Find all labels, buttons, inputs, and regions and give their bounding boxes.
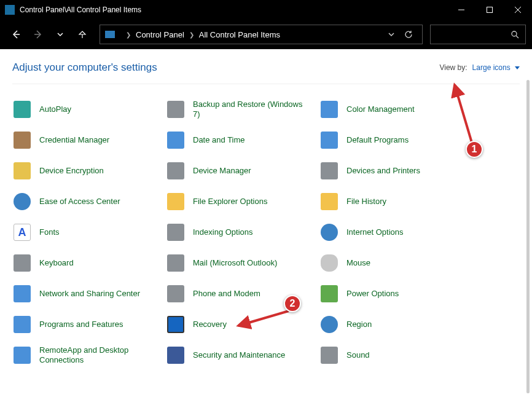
item-label: Device Encryption	[39, 166, 104, 176]
mouse-icon	[319, 253, 339, 273]
fonts-icon: A	[12, 222, 32, 242]
item-backup-and-restore-windows-7[interactable]: Backup and Restore (Windows 7)	[166, 99, 319, 120]
item-ease-of-access-center[interactable]: Ease of Access Center	[12, 191, 166, 212]
date-and-time-icon	[166, 130, 186, 150]
item-remoteapp-and-desktop-connections[interactable]: RemoteApp and Desktop Connections	[12, 345, 166, 366]
item-mouse[interactable]: Mouse	[319, 253, 473, 273]
item-label: Power Options	[346, 289, 399, 299]
annotation-marker-1: 1	[466, 141, 483, 158]
credential-manager-icon	[12, 130, 32, 150]
item-keyboard[interactable]: Keyboard	[12, 253, 166, 273]
chevron-right-icon: ❯	[126, 31, 131, 38]
breadcrumb-root[interactable]: Control Panel	[136, 30, 184, 39]
address-dropdown[interactable]	[383, 31, 400, 37]
remoteapp-and-desktop-connections-icon	[12, 345, 32, 365]
item-sound[interactable]: Sound	[319, 345, 473, 366]
search-input[interactable]	[430, 25, 526, 44]
color-management-icon	[319, 100, 339, 119]
item-device-manager[interactable]: Device Manager	[166, 160, 319, 181]
item-credential-manager[interactable]: Credential Manager	[12, 130, 166, 151]
item-device-encryption[interactable]: Device Encryption	[12, 160, 166, 181]
back-button[interactable]	[6, 25, 26, 44]
item-label: Ease of Access Center	[39, 197, 120, 206]
address-bar[interactable]: ❯ Control Panel ❯ All Control Panel Item…	[100, 25, 423, 44]
item-label: AutoPlay	[39, 104, 71, 114]
device-manager-icon	[166, 161, 186, 181]
file-explorer-options-icon	[166, 192, 186, 211]
item-label: Credential Manager	[39, 135, 109, 145]
phone-and-modem-icon	[166, 284, 186, 304]
item-label: Indexing Options	[193, 227, 253, 237]
nav-bar: ❯ Control Panel ❯ All Control Panel Item…	[0, 20, 532, 49]
item-programs-and-features[interactable]: Programs and Features	[12, 314, 166, 335]
item-label: Phone and Modem	[193, 289, 260, 299]
item-label: RemoteApp and Desktop Connections	[39, 345, 150, 364]
item-indexing-options[interactable]: Indexing Options	[166, 222, 319, 243]
item-autoplay[interactable]: AutoPlay	[12, 99, 166, 120]
item-label: File History	[346, 197, 386, 206]
devices-and-printers-icon	[319, 161, 339, 181]
item-label: Sound	[346, 350, 370, 360]
breadcrumb-current[interactable]: All Control Panel Items	[199, 30, 280, 39]
item-label: Mail (Microsoft Outlook)	[193, 258, 277, 268]
file-history-icon	[319, 192, 339, 211]
item-power-options[interactable]: Power Options	[319, 283, 473, 304]
forward-button[interactable]	[28, 25, 48, 44]
item-label: Date and Time	[193, 135, 245, 145]
recent-dropdown[interactable]	[50, 25, 70, 44]
item-network-and-sharing-center[interactable]: Network and Sharing Center	[12, 283, 166, 304]
item-recovery[interactable]: Recovery	[166, 314, 319, 335]
backup-and-restore-windows-7-icon	[166, 100, 186, 119]
refresh-button[interactable]	[400, 30, 417, 39]
item-label: Device Manager	[193, 166, 251, 176]
item-date-and-time[interactable]: Date and Time	[166, 130, 319, 151]
item-label: Security and Maintenance	[193, 350, 285, 360]
item-devices-and-printers[interactable]: Devices and Printers	[319, 160, 473, 181]
recovery-icon	[166, 315, 186, 334]
annotation-marker-2: 2	[284, 295, 301, 312]
view-by-label: View by:	[439, 63, 467, 72]
items-grid: AutoPlayBackup and Restore (Windows 7)Co…	[12, 99, 532, 366]
item-label: Recovery	[193, 320, 227, 329]
device-encryption-icon	[12, 161, 32, 181]
mail-microsoft-outlook-icon	[166, 253, 186, 273]
programs-and-features-icon	[12, 315, 32, 334]
minimize-button[interactable]	[447, 0, 475, 20]
power-options-icon	[319, 284, 339, 304]
item-file-explorer-options[interactable]: File Explorer Options	[166, 191, 319, 212]
search-icon	[510, 30, 519, 39]
item-region[interactable]: Region	[319, 314, 473, 335]
sound-icon	[319, 345, 339, 365]
item-file-history[interactable]: File History	[319, 191, 473, 212]
item-label: Mouse	[346, 258, 370, 268]
item-default-programs[interactable]: Default Programs	[319, 130, 473, 151]
network-and-sharing-center-icon	[12, 284, 32, 304]
item-internet-options[interactable]: Internet Options	[319, 222, 473, 243]
view-by-value: Large icons	[472, 63, 510, 72]
app-icon	[5, 5, 15, 15]
close-button[interactable]	[504, 0, 532, 20]
window-titlebar: Control Panel\All Control Panel Items	[0, 0, 532, 20]
item-label: Fonts	[39, 227, 60, 237]
autoplay-icon	[12, 100, 32, 119]
region-icon	[319, 315, 339, 334]
svg-rect-1	[487, 7, 493, 13]
view-by-dropdown[interactable]: Large icons	[472, 63, 520, 72]
item-security-and-maintenance[interactable]: Security and Maintenance	[166, 345, 319, 366]
control-panel-icon	[105, 31, 115, 38]
maximize-button[interactable]	[475, 0, 504, 20]
item-fonts[interactable]: AFonts	[12, 222, 166, 243]
item-label: Internet Options	[346, 227, 404, 237]
content-area: Adjust your computer's settings View by:…	[0, 49, 532, 397]
scrollbar[interactable]	[526, 80, 530, 393]
item-label: File Explorer Options	[193, 197, 267, 206]
chevron-down-icon	[515, 66, 520, 69]
internet-options-icon	[319, 222, 339, 242]
svg-point-7	[512, 31, 517, 36]
svg-line-8	[516, 36, 518, 38]
item-label: Programs and Features	[39, 320, 123, 329]
item-color-management[interactable]: Color Management	[319, 99, 473, 120]
default-programs-icon	[319, 130, 339, 150]
up-button[interactable]	[72, 25, 92, 44]
item-mail-microsoft-outlook[interactable]: Mail (Microsoft Outlook)	[166, 253, 319, 273]
